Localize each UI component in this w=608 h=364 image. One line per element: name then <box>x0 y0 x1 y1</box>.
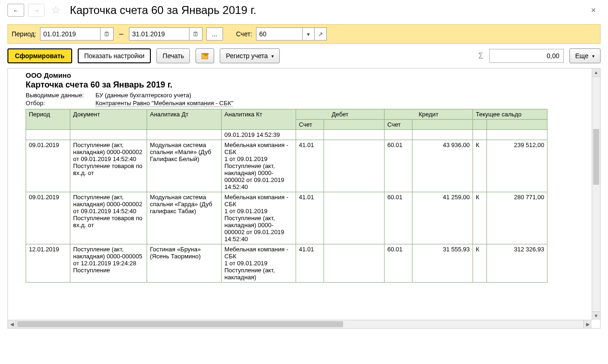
cell-credit-acct: 60.01 <box>385 192 412 244</box>
report-title: Карточка счета 60 за Январь 2019 г. <box>26 80 600 90</box>
organization-name: ООО Домино <box>26 71 600 79</box>
filter-value: Контрагенты Равно "Мебельная компания - … <box>95 100 233 107</box>
col-balance-type <box>473 120 487 130</box>
cell-analytics-dt: Модульная система спальни «Гарда» (Дуб г… <box>147 192 222 244</box>
col-debit: Дебет <box>296 109 385 120</box>
cell-analytics-kt: 09.01.2019 14:52:39 <box>222 130 296 140</box>
date-from-input[interactable] <box>40 27 101 40</box>
period-select-button[interactable]: ... <box>206 27 223 40</box>
col-credit: Кредит <box>385 109 473 120</box>
sum-input[interactable] <box>489 49 564 63</box>
cell-analytics-dt: Гостиная «Бруна» (Ясень Таормино) <box>147 244 222 283</box>
output-data-value: БУ (данные бухгалтерского учета) <box>95 92 191 99</box>
date-to-calendar-button[interactable]: 🗓 <box>189 27 203 40</box>
arrow-left-icon: ← <box>13 7 19 14</box>
col-period: Период <box>26 109 70 130</box>
close-button[interactable]: × <box>586 6 601 15</box>
table-row[interactable]: 09.01.2019Поступление (акт, накладная) 0… <box>26 140 547 192</box>
cell-document: Поступление (акт, накладная) 0000-000002… <box>70 192 147 244</box>
scroll-up-icon[interactable]: ▲ <box>592 68 600 77</box>
cell-credit-amt: 41 259,00 <box>412 192 473 244</box>
col-credit-account: Счет <box>385 120 412 130</box>
table-row-partial: 09.01.2019 14:52:39 <box>26 130 547 140</box>
caret-down-icon: ▾ <box>592 54 594 59</box>
nav-forward-button[interactable]: → <box>28 4 45 17</box>
cell-period: 09.01.2019 <box>26 140 70 192</box>
cell-debit-amt <box>324 192 385 244</box>
account-label: Счет: <box>236 30 252 38</box>
table-row[interactable]: 09.01.2019Поступление (акт, накладная) 0… <box>26 192 547 244</box>
col-credit-amount <box>412 120 473 130</box>
horizontal-scrollbar[interactable]: ◀ ▶ <box>8 320 592 328</box>
nav-back-button[interactable]: ← <box>7 4 24 17</box>
cell-period: 09.01.2019 <box>26 192 70 244</box>
register-button[interactable]: Регистр учета▾ <box>220 48 280 63</box>
generate-button[interactable]: Сформировать <box>7 48 72 63</box>
print-button[interactable]: Печать <box>156 48 190 63</box>
show-settings-button[interactable]: Показать настройки <box>78 48 151 63</box>
col-analytics-dt: Аналитика Дт <box>147 109 222 130</box>
email-button[interactable] <box>196 48 214 63</box>
cell-period: 12.01.2019 <box>26 244 70 283</box>
scroll-left-icon[interactable]: ◀ <box>8 320 16 328</box>
account-open-button[interactable]: ↗ <box>315 27 327 40</box>
cell-bal-type: К <box>473 192 487 244</box>
date-to-input[interactable] <box>129 27 189 40</box>
cell-debit-amt <box>324 244 385 283</box>
caret-down-icon: ▾ <box>307 31 310 38</box>
date-from-calendar-button[interactable]: 🗓 <box>101 27 114 40</box>
scroll-thumb[interactable] <box>593 129 599 185</box>
cell-credit-amt: 43 936,00 <box>412 140 473 192</box>
cell-bal-type: К <box>473 244 487 283</box>
vertical-scrollbar[interactable]: ▲ ▼ <box>592 68 600 320</box>
cell-debit-amt <box>324 140 385 192</box>
open-icon: ↗ <box>318 31 323 38</box>
cell-credit-acct: 60.01 <box>385 244 412 283</box>
scroll-down-icon[interactable]: ▼ <box>592 311 600 320</box>
arrow-right-icon: → <box>34 7 40 14</box>
calendar-icon: 🗓 <box>104 31 110 38</box>
caret-down-icon: ▾ <box>271 54 274 59</box>
cell-bal-amt: 239 512,00 <box>487 140 547 192</box>
cell-credit-acct: 60.01 <box>385 140 412 192</box>
period-label: Период: <box>12 30 36 38</box>
cell-analytics-dt: Модульная система спальни «Мале» (Дуб Га… <box>147 140 222 192</box>
scroll-thumb[interactable] <box>17 321 343 327</box>
report-table: Период Документ Аналитика Дт Аналитика К… <box>26 109 547 283</box>
date-dash: – <box>119 30 123 38</box>
more-label: Еще <box>575 52 589 60</box>
page-title: Карточка счета 60 за Январь 2019 г. <box>70 4 257 17</box>
cell-debit-acct: 41.01 <box>296 192 324 244</box>
col-document: Документ <box>70 109 147 130</box>
sigma-icon: Σ <box>478 51 483 61</box>
filter-bar: Период: 🗓 – 🗓 ... Счет: ▾ ↗ <box>7 24 601 44</box>
cell-debit-acct: 41.01 <box>296 244 324 283</box>
col-balance: Текущее сальдо <box>473 109 547 120</box>
col-debit-account: Счет <box>296 120 324 130</box>
cell-bal-amt: 280 771,00 <box>487 192 547 244</box>
more-button[interactable]: Еще▾ <box>569 48 601 63</box>
favorite-star-icon[interactable]: ☆ <box>51 4 61 16</box>
cell-analytics-kt: Мебельная компания - СБК 1 от 09.01.2019… <box>222 140 296 192</box>
col-balance-amount <box>487 120 547 130</box>
cell-debit-acct: 41.01 <box>296 140 324 192</box>
report-area: ООО Домино Карточка счета 60 за Январь 2… <box>7 68 601 329</box>
col-analytics-kt: Аналитика Кт <box>222 109 296 130</box>
output-data-label: Выводимые данные: <box>26 92 95 99</box>
cell-document: Поступление (акт, накладная) 0000-000005… <box>70 244 147 283</box>
table-row[interactable]: 12.01.2019Поступление (акт, накладная) 0… <box>26 244 547 283</box>
cell-bal-type: К <box>473 140 487 192</box>
cell-bal-amt: 312 326,93 <box>487 244 547 283</box>
cell-credit-amt: 31 555,93 <box>412 244 473 283</box>
scroll-right-icon[interactable]: ▶ <box>583 320 592 328</box>
cell-document: Поступление (акт, накладная) 0000-000002… <box>70 140 147 192</box>
filter-label: Отбор: <box>26 100 95 107</box>
cell-analytics-kt: Мебельная компания - СБК 1 от 09.01.2019… <box>222 244 296 283</box>
register-label: Регистр учета <box>226 52 268 60</box>
toolbar: Сформировать Показать настройки Печать Р… <box>0 44 608 68</box>
envelope-icon <box>202 53 208 59</box>
account-input[interactable] <box>256 27 303 40</box>
col-debit-amount <box>324 120 385 130</box>
account-dropdown-button[interactable]: ▾ <box>303 27 315 40</box>
calendar-icon: 🗓 <box>193 31 199 38</box>
